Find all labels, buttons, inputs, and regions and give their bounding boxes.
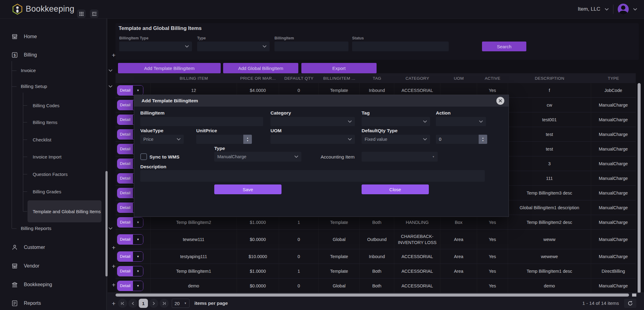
- modal-accounting-item-label: Accounting Item: [321, 154, 355, 160]
- table-cell: 0: [279, 279, 319, 293]
- column-header-default-qty[interactable]: DEFAULT QTY: [279, 73, 319, 83]
- detail-dropdown-button[interactable]: ▼: [133, 86, 143, 95]
- filter-type-select[interactable]: [197, 42, 270, 51]
- modal-accounting-item-select[interactable]: ▼: [362, 152, 438, 162]
- sidebar-item-label: Vendor: [24, 263, 39, 269]
- detail-dropdown-button[interactable]: ▼: [133, 281, 143, 291]
- sidebar-item-billing-items[interactable]: Billing Items: [0, 117, 137, 128]
- modal-defaultqty-input[interactable]: [436, 135, 479, 144]
- sidebar-scrollbar-thumb[interactable]: [105, 171, 108, 276]
- detail-button[interactable]: Detail: [117, 252, 133, 261]
- column-header-tag[interactable]: TAG: [360, 73, 394, 83]
- modal-billingitem-input[interactable]: [140, 117, 263, 126]
- table-cell: $10.0000: [237, 249, 279, 264]
- sidebar-item-billing[interactable]: $ Billing +: [0, 49, 128, 60]
- modal-save-button[interactable]: Save: [214, 184, 282, 194]
- column-header-price-or-mar[interactable]: PRICE OR MAR...: [237, 73, 279, 83]
- top-bar: Bookkeeping Item, LLC: [0, 0, 644, 19]
- modal-valuetype-label: ValueType: [140, 128, 164, 133]
- detail-dropdown-button[interactable]: ▼: [133, 235, 143, 244]
- table-cell: $0.0000: [237, 279, 279, 293]
- modal-billingitem-input-wrap: [140, 117, 263, 126]
- table-cell: ManualCharge: [591, 186, 636, 200]
- modal-type-select[interactable]: ManualCharge: [214, 152, 301, 162]
- table-vertical-scrollbar[interactable]: [638, 83, 641, 293]
- detail-dropdown-button[interactable]: ▼: [133, 266, 143, 276]
- table-header-row: BILLING ITEMPRICE OR MAR...DEFAULT QTYBI…: [116, 73, 636, 83]
- table-vertical-scrollbar-thumb[interactable]: [638, 83, 641, 293]
- sidebar-collapse-icon[interactable]: [90, 9, 98, 18]
- column-header-billingitem[interactable]: BILLINGITEM ...: [319, 73, 360, 83]
- current-page-button[interactable]: 1: [139, 299, 148, 308]
- unitprice-spinner-buttons[interactable]: ▲▼: [243, 135, 252, 144]
- sidebar-item-reports[interactable]: Reports +: [0, 298, 128, 309]
- topbar-divider: [613, 5, 613, 14]
- filter-billingitem-type-select[interactable]: [119, 42, 192, 51]
- customer-expand-plus-icon[interactable]: +: [112, 244, 116, 251]
- sync-to-wms-checkbox[interactable]: [140, 153, 147, 160]
- refresh-button[interactable]: [624, 299, 636, 308]
- vendor-expand-plus-icon[interactable]: +: [112, 263, 116, 269]
- modal-action-select[interactable]: [436, 117, 486, 126]
- chevron-down-icon: [348, 120, 352, 123]
- table-horizontal-scrollbar-thumb[interactable]: [116, 294, 629, 297]
- add-template-billingitem-button[interactable]: Add Template BillingItem: [118, 63, 221, 73]
- next-page-button[interactable]: [149, 299, 158, 308]
- modal-valuetype-select[interactable]: Price: [140, 135, 184, 144]
- sidebar-item-vendor[interactable]: Vendor +: [0, 261, 128, 272]
- table-cell: Global: [319, 279, 360, 293]
- sidebar-item-question-factors[interactable]: Question Factors: [0, 169, 137, 180]
- detail-dropdown-button[interactable]: ▼: [133, 217, 143, 227]
- table-cell: 1: [279, 264, 319, 278]
- export-button[interactable]: Export: [301, 63, 377, 73]
- modal-close-icon[interactable]: [496, 97, 504, 105]
- sidebar-item-template-global-billing-items[interactable]: Template and Global Billing Items: [0, 200, 109, 222]
- defaultqty-spinner-buttons[interactable]: ▲▼: [479, 135, 487, 144]
- detail-button[interactable]: Detail: [117, 203, 133, 213]
- search-button[interactable]: Search: [482, 42, 526, 51]
- modal-defaultqty-type-select[interactable]: Fixed value: [362, 135, 430, 144]
- modal-unitprice-input[interactable]: [196, 135, 243, 144]
- column-header-active[interactable]: ACTIVE: [477, 73, 508, 83]
- sidebar-item-home[interactable]: Home: [0, 31, 128, 42]
- sidebar-item-billing-grades[interactable]: Billing Grades: [0, 186, 137, 197]
- reports-expand-plus-icon[interactable]: +: [112, 300, 116, 307]
- column-header-category[interactable]: CATEGORY: [394, 73, 440, 83]
- modal-description-input[interactable]: [140, 170, 485, 182]
- user-menu-chevron-down-icon[interactable]: [633, 8, 637, 11]
- column-header-uom[interactable]: UOM: [440, 73, 477, 83]
- sidebar-item-checklist[interactable]: Checklist: [0, 134, 137, 145]
- sidebar-item-billing-codes[interactable]: Billing Codes: [0, 100, 137, 111]
- invoice-chevron-down-icon[interactable]: [109, 69, 112, 72]
- company-selector[interactable]: Item, LLC: [578, 6, 600, 12]
- user-avatar[interactable]: [618, 4, 629, 15]
- previous-page-button[interactable]: [128, 299, 138, 308]
- modal-category-select[interactable]: [270, 117, 355, 126]
- bookkeeping-expand-plus-icon[interactable]: +: [112, 282, 116, 288]
- table-cell: ManualCharge: [591, 127, 636, 141]
- table-cell: ManualCharge: [591, 156, 636, 171]
- column-header-description[interactable]: DESCRIPTION: [508, 73, 591, 83]
- add-global-billingitem-button[interactable]: Add Global BillingItem: [223, 63, 298, 73]
- company-chevron-down-icon[interactable]: [605, 8, 609, 11]
- table-cell: Template: [319, 215, 360, 229]
- filter-status-input[interactable]: [352, 42, 449, 51]
- billing-reports-chevron-down-icon[interactable]: [109, 227, 112, 230]
- table-cell: ManualCharge: [591, 112, 636, 127]
- modal-close-button[interactable]: Close: [362, 184, 429, 194]
- billing-setup-chevron-down-icon[interactable]: [109, 85, 112, 88]
- sidebar-item-invoice-import[interactable]: Invoice Import: [0, 151, 137, 162]
- modal-uom-select[interactable]: [270, 135, 355, 144]
- column-header-billing-item[interactable]: BILLING ITEM: [151, 73, 237, 83]
- sidebar-item-bookkeeping[interactable]: Bookkeeping +: [0, 279, 128, 290]
- filter-billingitem-input[interactable]: [274, 42, 348, 51]
- column-header-type[interactable]: TYPE: [591, 73, 636, 83]
- billing-expand-plus-icon[interactable]: +: [112, 52, 116, 58]
- page-size-select[interactable]: 20 ▼: [172, 299, 190, 308]
- detail-dropdown-button[interactable]: ▼: [133, 252, 143, 261]
- sidebar-item-customer[interactable]: Customer +: [0, 242, 128, 253]
- modal-tag-select[interactable]: [362, 117, 430, 126]
- last-page-button[interactable]: [160, 299, 169, 308]
- table-cell: Box: [440, 215, 477, 229]
- apps-grid-icon[interactable]: [77, 9, 86, 18]
